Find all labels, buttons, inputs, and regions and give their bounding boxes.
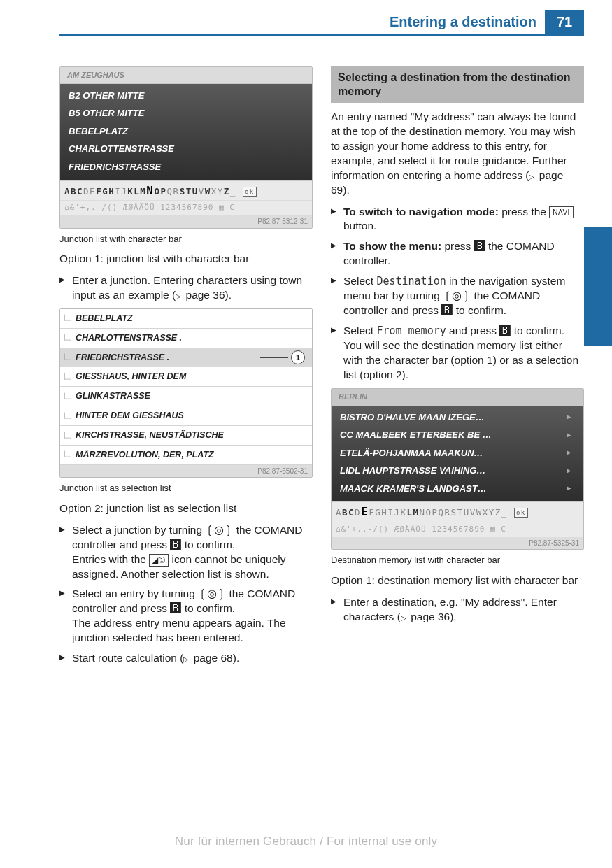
option-label: Option 2: junction list as selection lis…: [59, 501, 313, 516]
image-reference: P82.87-6502-31: [60, 465, 312, 478]
list-item: MÄRZREVOLUTION, DER, PLATZ: [60, 446, 312, 465]
character-bar-row1: ABCDEFGHIJKLMNOPQRSTUVWXYZ_ ok: [332, 501, 583, 522]
ok-box: ok: [514, 508, 528, 518]
left-column: AM ZEUGHAUS B2 OTHER MITTE B5 OTHER MITT…: [59, 66, 313, 671]
page-ref-icon: [183, 652, 190, 664]
figure-caption: Destination memory list with character b…: [331, 554, 584, 567]
screenshot-junction-selection: BEBELPLATZ CHARLOTTENSTRASSE . FRIEDRICH…: [59, 308, 313, 478]
list-item: CC MAALBEEK ETTERBEEK BE …▸: [340, 426, 575, 444]
instruction-step: Select a junction by turning ❲◎❳ the COM…: [59, 523, 313, 582]
footer-watermark: Nur für internen Gebrauch / For internal…: [0, 834, 612, 848]
list-item-selected: FRIEDRICHSTRASSE . 1: [60, 348, 312, 368]
page-ref-icon: [401, 611, 408, 622]
character-bar-row1: ABCDEFGHIJKLMNOPQRSTUVWXYZ_ ok: [60, 180, 312, 201]
list-item: B5 OTHER MITTE: [69, 104, 304, 122]
image-reference: P82.87-5325-31: [332, 537, 583, 550]
press-glyph: 🅱: [499, 325, 511, 336]
figure-caption: Junction list as selection list: [59, 482, 313, 495]
list-item: GIESSHAUS, HINTER DEM: [60, 367, 312, 387]
press-glyph: 🅱: [441, 304, 453, 316]
list-item: ETELÄ-POHJANMAA MAAKUN…▸: [340, 444, 575, 462]
list-item: CHARLOTTENSTRASSE .: [60, 329, 312, 348]
list-item: GLINKASTRASSE: [60, 387, 312, 406]
list-item: FRIEDRICHSTRASSE: [69, 158, 304, 176]
navi-button-icon: NAVI: [549, 206, 574, 219]
image-reference: P82.87-5312-31: [60, 215, 312, 228]
turn-glyph: ❲◎❳: [443, 290, 471, 301]
list-item: BEBELPLATZ: [69, 122, 304, 141]
list-item: BEBELPLATZ: [60, 309, 312, 329]
section-tab-bg: [584, 227, 612, 346]
page-ref-icon: [176, 289, 183, 301]
callout-marker: 1: [260, 350, 305, 364]
turn-glyph: ❲◎❳: [205, 524, 233, 536]
page-ref-icon: [529, 169, 536, 181]
character-bar-row2: ⌂&'+,.-/() ÆØÅÄÖÜ 1234567890 ▦ C: [60, 200, 312, 215]
option-label: Option 1: junction list with character b…: [59, 252, 313, 266]
instruction-step: To show the menu: press 🅱 the COMAND con…: [331, 239, 584, 269]
list-item: CHARLOTTENSTRASSE: [69, 140, 304, 158]
screenshot-destmem-charbar: BERLIN BISTRO D'HALVE MAAN IZEGE…▸ CC MA…: [331, 388, 584, 550]
menu-item-mono: From memory: [376, 325, 446, 337]
ok-box: ok: [243, 187, 257, 197]
instruction-step: Select From memory and press 🅱 to confir…: [331, 324, 584, 383]
screenshot1-topbar: AM ZEUGHAUS: [60, 67, 312, 84]
page-number: 71: [545, 10, 584, 36]
right-column: Selecting a destination from the destina…: [331, 66, 584, 671]
instruction-step: To switch to navigation mode: press the …: [331, 205, 584, 234]
intro-paragraph: An entry named "My address" can always b…: [331, 110, 584, 198]
menu-item-mono: Destination: [376, 275, 446, 287]
list-item: KIRCHSTRASSE, NEUSTÄDTISCHE: [60, 426, 312, 446]
list-item: BISTRO D'HALVE MAAN IZEGE…▸: [340, 408, 575, 427]
figure-caption: Junction list with character bar: [59, 233, 313, 246]
screenshot-junction-charbar: AM ZEUGHAUS B2 OTHER MITTE B5 OTHER MITT…: [59, 66, 313, 229]
list-item: LIDL HAUPTSTRASSE VAIHING…▸: [340, 462, 575, 480]
instruction-step: Select Destination in the navigation sys…: [331, 274, 584, 318]
instruction-step: Select an entry by turning ❲◎❳ the COMAN…: [59, 587, 313, 646]
turn-glyph: ❲◎❳: [198, 588, 226, 599]
page-header-title: Entering a destination: [59, 10, 545, 36]
section-heading: Selecting a destination from the destina…: [331, 66, 584, 103]
list-item: HINTER DEM GIESSHAUS: [60, 406, 312, 426]
instruction-step: Enter a junction. Entering characters us…: [59, 273, 313, 303]
press-glyph: 🅱: [170, 539, 181, 550]
instruction-step: Start route calculation ( page 68).: [59, 651, 313, 666]
press-glyph: 🅱: [474, 240, 485, 252]
list-item: B2 OTHER MITTE: [69, 87, 304, 105]
screenshot3-topbar: BERLIN: [332, 389, 583, 406]
info-icon-box: ◢①: [149, 554, 169, 567]
list-item: MAACK KRAMER'S LANDGAST…▸: [340, 480, 575, 498]
option-label: Option 1: destination memory list with c…: [331, 574, 584, 588]
character-bar-row2: ⌂&'+,.-/() ÆØÅÄÖÜ 1234567890 ▦ C: [332, 522, 583, 537]
press-glyph: 🅱: [170, 602, 181, 614]
instruction-step: Enter a destination, e.g. "My address". …: [331, 595, 584, 625]
